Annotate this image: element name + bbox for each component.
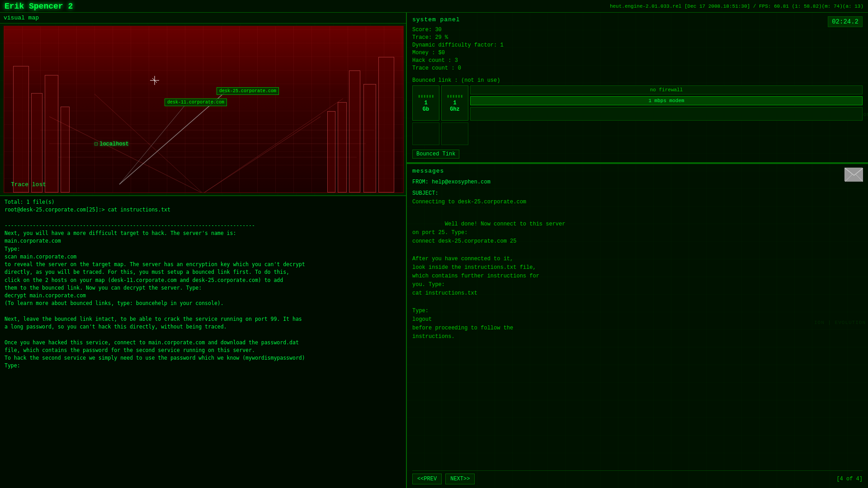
firewall-label: no firewall <box>650 87 683 93</box>
modem-box[interactable]: 1 mbps modem <box>470 96 863 105</box>
node-desk25[interactable]: desk-25.corporate.com <box>217 87 279 95</box>
ram-label-top: ▮▮▮▮▮▮ <box>418 94 434 99</box>
visual-map-section: visual map <box>0 13 406 195</box>
building-9 <box>327 111 335 192</box>
cpu-label-top: ▮▮▮▮▮▮ <box>447 94 463 99</box>
system-panel-label: system panel <box>412 16 863 23</box>
visual-map-label: visual map <box>0 13 406 23</box>
firewall-box[interactable]: no firewall <box>470 85 863 94</box>
messages-panel: messages FROM: help@exosyphen.com <box>407 163 868 488</box>
page-indicator: [4 of 4] <box>836 476 863 482</box>
hackcount-label: Hack count : 3 <box>412 57 458 64</box>
prev-button[interactable]: <<PREV <box>412 474 442 484</box>
status-bar: heut.engine-2.01.033.rel [Dec 17 2008.18… <box>610 4 863 9</box>
bounced-link-display: Bounced link : (not in use) <box>412 77 863 84</box>
terminal-section[interactable]: Total: 1 file(s) root@desk-25.corporate.… <box>0 195 406 488</box>
localhost-node[interactable]: localhost <box>94 141 129 147</box>
stat-hackcount: Hack count : 3 <box>412 57 863 64</box>
envelope-area <box>844 168 863 181</box>
ram-box[interactable]: ▮▮▮▮▮▮ 1Gb <box>412 85 439 121</box>
money-label: Money : $0 <box>412 50 445 56</box>
difficulty-label: Dynamic difficulty factor: 1 <box>412 42 504 48</box>
cpu-value: 1Ghz <box>450 100 460 113</box>
node-desk11[interactable]: desk-11.corporate.com <box>165 99 227 106</box>
stat-difficulty: Dynamic difficulty factor: 1 <box>412 42 863 48</box>
messages-content: FROM: help@exosyphen.com SUBJECT: Connec… <box>412 178 863 467</box>
score-label: Score: 30 <box>412 27 442 33</box>
system-panel: system panel 02:24.2 Score: 30 Trace: 29… <box>407 13 868 163</box>
bounced-tink-area: Bounced Tink <box>412 150 863 159</box>
top-bar: Erik Spencer 2 heut.engine-2.01.033.rel … <box>0 0 868 13</box>
msg-subject-row: SUBJECT: Connecting to desk-25.corporate… <box>412 189 863 206</box>
right-hardware-area: no firewall 1 mbps modem <box>470 85 863 121</box>
msg-nav: <<PREV NEXT>> [4 of 4] <box>412 470 863 484</box>
stat-tracecount: Trace count : 0 <box>412 65 863 71</box>
trace-lost: Trace lost <box>11 181 46 188</box>
terminal-output: Total: 1 file(s) root@desk-25.corporate.… <box>5 198 401 370</box>
app-title: Erik Spencer 2 <box>5 2 73 11</box>
building-5 <box>378 57 394 192</box>
trace-label: Trace: 29 % <box>412 34 448 41</box>
building-2 <box>31 93 42 192</box>
money-value: $0 <box>439 50 445 56</box>
stat-money: Money : $0 <box>412 50 863 56</box>
score-value: 30 <box>435 27 441 33</box>
right-panel: ION | EVOLUTION ION | EVOLUTION system p… <box>407 13 868 488</box>
stat-trace: Trace: 29 % <box>412 34 863 41</box>
visual-map-container[interactable]: desk-25.corporate.com desk-11.corporate.… <box>4 26 404 193</box>
building-1 <box>13 66 29 192</box>
msg-from: FROM: help@exosyphen.com <box>412 178 863 187</box>
building-3 <box>45 75 58 192</box>
bounced-tink-label: Bounced Tink <box>412 150 459 159</box>
next-button[interactable]: NEXT>> <box>445 474 475 484</box>
hardware-grid: ▮▮▮▮▮▮ 1Gb ▮▮▮▮▮▮ 1Ghz no firewall 1 mbp… <box>412 85 863 147</box>
trace-value: 29 % <box>435 34 448 41</box>
system-stats: Score: 30 Trace: 29 % Dynamic difficulty… <box>412 27 863 84</box>
tracecount-label: Trace count : 0 <box>412 65 461 71</box>
hackcount-value: 3 <box>455 57 458 64</box>
building-7 <box>349 70 360 192</box>
main-layout: visual map <box>0 13 868 488</box>
hw-empty-1 <box>412 122 439 145</box>
building-8 <box>338 102 347 192</box>
modem-label: 1 mbps modem <box>648 98 684 103</box>
envelope-icon <box>844 168 863 181</box>
messages-label: messages <box>412 168 863 174</box>
ram-value: 1Gb <box>423 100 429 113</box>
building-4 <box>61 107 70 192</box>
tracecount-value: 0 <box>458 65 461 71</box>
cpu-box[interactable]: ▮▮▮▮▮▮ 1Ghz <box>441 85 468 121</box>
hw-empty-2 <box>441 122 468 145</box>
extra-hw-box[interactable] <box>470 107 863 121</box>
msg-body: Well done! Now connect to this server on… <box>412 211 863 350</box>
difficulty-value: 1 <box>500 42 503 48</box>
timer-display: 02:24.2 <box>828 16 863 27</box>
stat-score: Score: 30 <box>412 27 863 33</box>
left-panel: visual map <box>0 13 407 488</box>
building-6 <box>363 84 376 192</box>
